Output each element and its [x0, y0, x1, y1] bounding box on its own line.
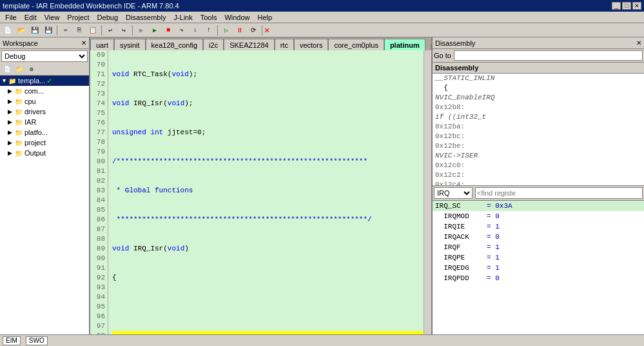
tree-item-cpu[interactable]: ▶ 📁 cpu [0, 96, 89, 107]
tab-skeaz1284[interactable]: SKEAZ1284 [224, 39, 275, 50]
tab-i2c[interactable]: i2c [203, 39, 224, 50]
code-line-78: IRQ->SC |= IRQ_SC_IRQACK_MASK; // clear … [112, 331, 424, 334]
save-button[interactable]: 💾 [28, 25, 41, 36]
menu-tools[interactable]: Tools [197, 13, 221, 22]
dis-row-0: __STATIC_INLIN [433, 74, 644, 83]
tab-platinum[interactable]: platinum [384, 39, 425, 50]
code-line-76: { [112, 273, 424, 283]
code-line-75: void IRQ_Isr(void) [112, 244, 424, 254]
code-line-72: /***************************************… [112, 157, 424, 167]
dis-row-10: 0x12c2: [433, 170, 644, 180]
menu-view[interactable]: View [41, 13, 64, 22]
tab-bar: uart sysinit kea128_config i2c SKEAZ1284… [90, 37, 431, 50]
step-into-button[interactable]: ↓ [189, 25, 202, 36]
menu-project[interactable]: Project [63, 13, 93, 22]
dis-row-4: if ((int32_t [433, 112, 644, 122]
file-tree: ▼ 📁 templa... ✓ ▶ 📁 com... ▶ 📁 cpu ▶ 📁 d… [0, 76, 89, 334]
tree-item-drivers[interactable]: ▶ 📁 drivers [0, 107, 89, 117]
goto-input[interactable] [454, 50, 643, 61]
tree-item-output[interactable]: ▶ 📁 Output [0, 148, 89, 158]
workspace-title: Workspace [3, 39, 38, 47]
build-button[interactable]: ▶ [135, 25, 148, 36]
dis-row-1: { [433, 83, 644, 93]
tree-item-iar[interactable]: ▶ 📁 IAR [0, 117, 89, 127]
code-editor[interactable]: 69 70 71 72 73 74 75 76 77 78 79 80 81 8… [90, 50, 431, 334]
step-over-button[interactable]: ↷ [175, 25, 188, 36]
dis-row-6: 0x12bc: [433, 132, 644, 141]
paste-button[interactable]: 📋 [86, 25, 99, 36]
tab-kea128config[interactable]: kea128_config [146, 39, 204, 50]
menu-help[interactable]: Help [254, 13, 277, 22]
tab-rtc[interactable]: rtc [275, 39, 294, 50]
title-bar-controls: _ □ ✕ [612, 2, 641, 10]
new-button[interactable]: 📄 [1, 25, 14, 36]
debug-button[interactable]: ▶ [148, 25, 161, 36]
open-button[interactable]: 📂 [15, 25, 28, 36]
tab-vectors[interactable]: vectors [294, 39, 328, 50]
menu-debug[interactable]: Debug [93, 13, 122, 22]
close-window-button[interactable]: ✕ [632, 2, 641, 10]
save-all-button[interactable]: 💾 [42, 25, 55, 36]
window-title: template - IAR Embedded Workbench IDE - … [3, 2, 179, 10]
disassembly-panel: Disassembly ✕ Go to Disassembly __STATIC… [431, 37, 644, 186]
tree-item-com[interactable]: ▶ 📁 com... [0, 86, 89, 96]
dis-row-9: 0x12c0: [433, 161, 644, 170]
workspace-panel: Workspace ✕ Debug 📄 📁 ⚙ ▼ 📁 templa... ✓ … [0, 37, 90, 334]
register-search-input[interactable] [475, 187, 643, 199]
dis-header: Disassembly [433, 63, 644, 74]
dis-column-header: Disassembly [435, 64, 478, 72]
register-header: IRQ [433, 186, 644, 201]
reg-row-irqie: IRQIE = 1 [433, 221, 644, 232]
step-out-button[interactable]: ↑ [202, 25, 215, 36]
menu-window[interactable]: Window [220, 13, 253, 22]
menu-file[interactable]: File [1, 13, 21, 22]
tree-item-template[interactable]: ▼ 📁 templa... ✓ [0, 76, 89, 86]
menu-jlink[interactable]: J-Link [170, 13, 196, 22]
title-bar: template - IAR Embedded Workbench IDE - … [0, 0, 644, 12]
reg-row-irqedg: IRQEDG = 1 [433, 263, 644, 273]
menu-disassembly[interactable]: Disassembly [122, 13, 170, 22]
register-dropdown[interactable]: IRQ [434, 187, 473, 199]
disassembly-close-button[interactable]: ✕ [636, 39, 641, 46]
tab-sysinit[interactable]: sysinit [114, 39, 146, 50]
ws-settings-btn[interactable]: ⚙ [26, 64, 37, 74]
menu-bar: File Edit View Project Debug Disassembly… [0, 12, 644, 23]
maximize-button[interactable]: □ [622, 2, 631, 10]
tree-item-platfo[interactable]: ▶ 📁 platfo... [0, 127, 89, 137]
undo-button[interactable]: ↩ [104, 25, 117, 36]
ws-folder-btn[interactable]: 📁 [14, 64, 25, 74]
dis-row-5: 0x12ba: [433, 122, 644, 132]
status-eim: EIM [3, 336, 21, 345]
redo-button[interactable]: ↪ [117, 25, 130, 36]
copy-button[interactable]: ⎘ [73, 25, 86, 36]
error-indicator: ✕ [264, 25, 269, 36]
reg-row-irqack: IRQACK = 0 [433, 232, 644, 242]
code-line-70: void IRQ_Isr(void); [112, 99, 424, 108]
tab-corecm0plus[interactable]: core_cm0plus [328, 39, 384, 50]
menu-edit[interactable]: Edit [21, 13, 41, 22]
break-button[interactable]: ⏸ [233, 25, 246, 36]
editor-scrollbar[interactable] [424, 50, 431, 334]
tab-uart[interactable]: uart [90, 39, 114, 50]
sep1 [57, 25, 57, 36]
disassembly-header: Disassembly ✕ [433, 37, 644, 49]
reset-button[interactable]: ⟳ [247, 25, 260, 36]
reg-row-irqpe: IRQPE = 1 [433, 252, 644, 263]
workspace-header: Workspace ✕ [0, 37, 89, 49]
minimize-button[interactable]: _ [612, 2, 621, 10]
tree-item-project[interactable]: ▶ 📁 project [0, 137, 89, 148]
main-toolbar: 📄 📂 💾 💾 ✂ ⎘ 📋 ↩ ↪ ▶ ▶ ■ ↷ ↓ ↑ ▷ ⏸ ⟳ ✕ [0, 23, 644, 37]
code-line-69: void RTC_Task(void); [112, 70, 424, 79]
goto-label: Go to [434, 52, 451, 59]
run-button[interactable]: ▷ [220, 25, 233, 36]
stop-button[interactable]: ■ [162, 25, 175, 36]
sep4 [217, 25, 218, 36]
dis-row-3: 0x12b8: [433, 103, 644, 112]
ws-file-btn[interactable]: 📄 [1, 64, 13, 74]
status-swo: SWO [26, 336, 48, 345]
cut-button[interactable]: ✂ [59, 25, 72, 36]
register-panel: IRQ IRQ_SC = 0x3A IRQMOD = 0 IRQIE = 1 [431, 186, 644, 334]
debug-mode-dropdown[interactable]: Debug [1, 50, 88, 62]
workspace-close-button[interactable]: ✕ [81, 39, 86, 46]
code-content[interactable]: void RTC_Task(void); void IRQ_Isr(void);… [108, 50, 424, 334]
